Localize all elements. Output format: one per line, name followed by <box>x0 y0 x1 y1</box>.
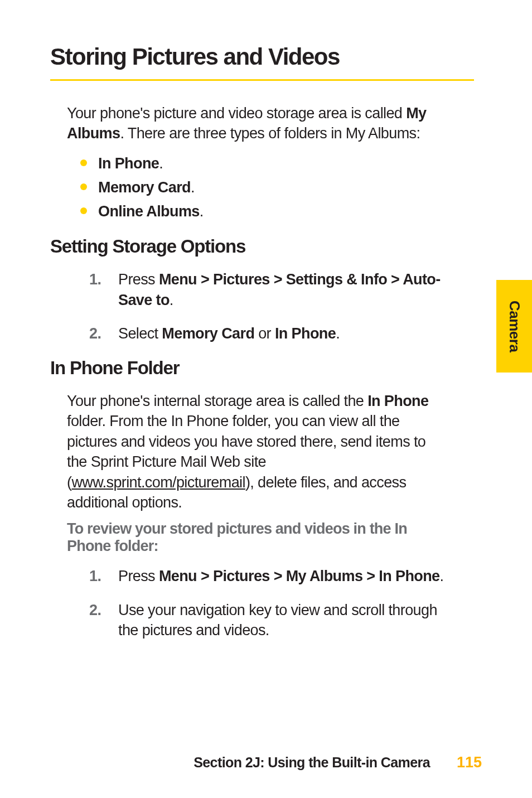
body: Your phone's picture and video storage a… <box>50 103 474 641</box>
picturemail-link[interactable]: www.sprint.com/picturemail <box>71 474 245 491</box>
intro-post: . There are three types of folders in My… <box>120 125 420 142</box>
step-number: 1. <box>89 566 101 586</box>
step-number: 1. <box>89 269 101 289</box>
step-item: 1. Press Menu > Pictures > My Albums > I… <box>67 566 446 586</box>
content-area: Storing Pictures and Videos Your phone's… <box>50 43 474 654</box>
step-pre: Press <box>118 271 159 288</box>
page: Camera Storing Pictures and Videos Your … <box>0 0 532 798</box>
bullet-suffix: . <box>200 203 204 220</box>
step-pre: Select <box>118 325 162 342</box>
step-text: Use your navigation key to view and scro… <box>118 602 437 639</box>
step-bold: Menu > Pictures > My Albums > In Phone <box>159 568 440 584</box>
step-post: . <box>440 568 444 584</box>
step-bold: Menu > Pictures > Settings & Info > Auto… <box>118 271 441 308</box>
heading-setting-storage: Setting Storage Options <box>50 236 446 257</box>
footer-section: Section 2J: Using the Built-in Camera <box>194 755 430 771</box>
side-tab-camera: Camera <box>496 280 532 373</box>
bullet-item: Online Albums. <box>67 200 446 224</box>
step-bold: Memory Card <box>162 325 254 342</box>
step-pre: Press <box>118 568 159 584</box>
p-b1: In Phone <box>367 393 428 409</box>
p-t1: Your phone's internal storage area is ca… <box>67 393 367 409</box>
lead-text: To review your stored pictures and video… <box>67 520 446 555</box>
step-post: . <box>170 292 173 308</box>
steps-list-1: 1. Press Menu > Pictures > Settings & In… <box>67 269 446 344</box>
bullet-suffix: . <box>191 179 195 196</box>
page-footer: Section 2J: Using the Built-in Camera 11… <box>0 754 532 771</box>
heading-in-phone-folder: In Phone Folder <box>50 357 446 379</box>
bullet-text: In Phone <box>98 155 159 172</box>
step-number: 2. <box>89 323 101 344</box>
page-title: Storing Pictures and Videos <box>50 43 474 81</box>
bullet-text: Online Albums <box>98 203 200 220</box>
step-post: . <box>336 325 340 342</box>
footer-page-number: 115 <box>457 754 482 771</box>
step-bold: In Phone <box>275 325 336 342</box>
bullet-suffix: . <box>159 155 163 172</box>
bullet-list: In Phone. Memory Card. Online Albums. <box>67 152 446 224</box>
step-item: 2. Select Memory Card or In Phone. <box>67 323 446 344</box>
step-mid: or <box>254 325 275 342</box>
intro-pre: Your phone's picture and video storage a… <box>67 105 406 122</box>
bullet-text: Memory Card <box>98 179 191 196</box>
bullet-item: Memory Card. <box>67 176 446 200</box>
step-number: 2. <box>89 600 101 620</box>
step-item: 1. Press Menu > Pictures > Settings & In… <box>67 269 446 310</box>
bullet-item: In Phone. <box>67 152 446 176</box>
intro-paragraph: Your phone's picture and video storage a… <box>67 103 446 144</box>
in-phone-paragraph: Your phone's internal storage area is ca… <box>67 391 446 513</box>
step-item: 2. Use your navigation key to view and s… <box>67 600 446 641</box>
side-tab-label: Camera <box>506 301 523 352</box>
steps-list-2: 1. Press Menu > Pictures > My Albums > I… <box>67 566 446 640</box>
